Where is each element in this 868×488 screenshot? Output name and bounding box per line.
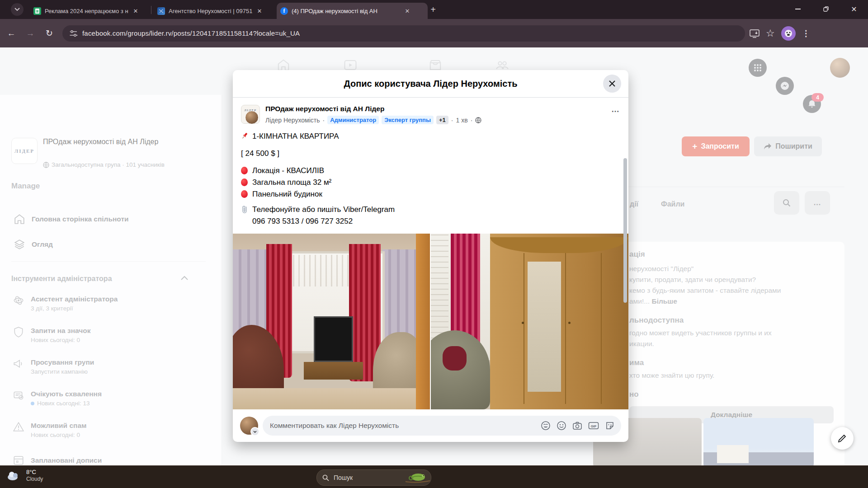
paperclip-icon bbox=[241, 205, 248, 213]
tab-close-icon[interactable]: ✕ bbox=[131, 6, 140, 15]
post-photo-living-room[interactable] bbox=[233, 234, 430, 409]
svg-text:GIF: GIF bbox=[591, 424, 597, 428]
facebook-favicon: f bbox=[280, 7, 288, 15]
sticker-icon[interactable] bbox=[605, 421, 615, 431]
post-bullet: Локація - КВАСИЛІВ bbox=[241, 165, 620, 177]
weather-widget[interactable]: 8°C Cloudy bbox=[6, 469, 43, 482]
tab-close-icon[interactable]: ✕ bbox=[255, 6, 264, 15]
agency-favicon bbox=[157, 7, 165, 15]
comment-input[interactable]: Комментировать как Лідер Нерухомість GIF bbox=[263, 416, 621, 436]
switch-identity-chevron-icon[interactable] bbox=[250, 427, 259, 436]
pencil-icon bbox=[838, 434, 847, 443]
back-button[interactable]: ← bbox=[4, 26, 19, 41]
pushpin-icon bbox=[241, 132, 249, 140]
browser-menu-icon[interactable]: ⋮ bbox=[802, 28, 810, 38]
tab-title: Реклама 2024 непрацюємо з н bbox=[45, 8, 128, 14]
post-options-button[interactable]: … bbox=[611, 105, 620, 124]
browser-profile-avatar[interactable] bbox=[781, 26, 796, 41]
browser-tab-active[interactable]: f (4) ПРОдаж нерухомості від АН ✕ bbox=[277, 3, 428, 19]
cloud-icon bbox=[6, 470, 22, 481]
new-tab-button[interactable]: + bbox=[427, 3, 439, 16]
sheets-favicon bbox=[33, 7, 41, 15]
camera-icon[interactable] bbox=[572, 421, 582, 431]
post-bullet: Загальна площа 32 м² bbox=[241, 177, 620, 188]
omnibox[interactable]: facebook.com/groups/lider.rv/posts/12041… bbox=[62, 25, 745, 42]
post-text: 1-КІМНАТНА КВАРТИРА [ 24 500 $ ] Локація… bbox=[241, 131, 620, 227]
commenter-avatar[interactable] bbox=[240, 417, 258, 435]
tab-close-icon[interactable]: ✕ bbox=[403, 6, 412, 15]
search-placeholder: Пошук bbox=[334, 474, 405, 481]
post-photos bbox=[233, 234, 628, 409]
badge-admin: Администратор bbox=[327, 116, 379, 124]
post-subauthor[interactable]: Лідер Нерухомість bbox=[265, 117, 320, 124]
browser-tab-2[interactable]: Агентство Нерухомості | 09751 ✕ bbox=[154, 3, 279, 19]
forward-button[interactable]: → bbox=[23, 26, 38, 41]
post-price: [ 24 500 $ ] bbox=[241, 148, 620, 160]
post-bullet: Панельний будинок bbox=[241, 188, 620, 200]
new-post-fab[interactable] bbox=[831, 427, 854, 450]
weather-condition: Cloudy bbox=[26, 476, 43, 482]
tab-title: (4) ПРОдаж нерухомості від АН bbox=[292, 8, 400, 14]
comment-row: Комментировать как Лідер Нерухомість GIF bbox=[240, 416, 621, 436]
weather-temp: 8°C bbox=[26, 469, 43, 476]
screen: Реклама 2024 непрацюємо з н ✕ Агентство … bbox=[0, 0, 868, 488]
red-dot-icon bbox=[241, 190, 248, 198]
chameleon-image bbox=[405, 471, 431, 484]
comment-placeholder: Комментировать как Лідер Нерухомість bbox=[270, 422, 541, 430]
dialog-scrollbar[interactable] bbox=[623, 158, 627, 303]
window-minimize-button[interactable] bbox=[784, 0, 812, 18]
gif-icon[interactable]: GIF bbox=[588, 421, 599, 431]
red-dot-icon bbox=[241, 178, 248, 186]
dialog-header: Допис користувача Лідер Нерухомість bbox=[233, 70, 628, 98]
post-time[interactable]: 1 хв bbox=[456, 117, 468, 124]
taskbar-search[interactable]: Пошук bbox=[316, 469, 431, 486]
window-close-button[interactable]: ✕ bbox=[840, 0, 868, 18]
post-header: ЛІДЕР ПРОдаж нерухомості від АН Лідер Лі… bbox=[241, 105, 620, 124]
tab-search-chevron-icon[interactable] bbox=[11, 3, 24, 16]
install-icon[interactable] bbox=[750, 29, 760, 38]
browser-tabstrip: Реклама 2024 непрацюємо з н ✕ Агентство … bbox=[0, 0, 868, 19]
search-icon bbox=[322, 474, 329, 481]
reload-button[interactable]: ↻ bbox=[42, 26, 57, 41]
dialog-title: Допис користувача Лідер Нерухомість bbox=[344, 79, 518, 89]
post-author-name[interactable]: ПРОдаж нерухомості від АН Лідер bbox=[265, 105, 481, 113]
post-dialog: Допис користувача Лідер Нерухомість ЛІДЕ… bbox=[233, 70, 628, 442]
dialog-close-button[interactable] bbox=[603, 75, 621, 93]
url-text: facebook.com/groups/lider.rv/posts/12041… bbox=[82, 29, 300, 37]
post-headline: 1-КІМНАТНА КВАРТИРА bbox=[241, 131, 620, 142]
tab-title: Агентство Нерухомості | 09751 bbox=[169, 8, 252, 14]
browser-toolbar: ← → ↻ facebook.com/groups/lider.rv/posts… bbox=[0, 19, 868, 47]
post-contact: Телефонуйте або пишіть Viber/Telegram bbox=[241, 204, 620, 216]
bookmark-star-icon[interactable]: ☆ bbox=[766, 28, 775, 39]
emoji-icon[interactable] bbox=[557, 421, 566, 431]
window-maximize-button[interactable] bbox=[812, 0, 840, 18]
avatar-sticker-icon[interactable] bbox=[541, 421, 551, 431]
browser-tab-1[interactable]: Реклама 2024 непрацюємо з н ✕ bbox=[30, 3, 156, 19]
post-author-avatar[interactable]: ЛІДЕР bbox=[241, 105, 260, 124]
badge-expert: Эксперт группы bbox=[382, 116, 434, 124]
post-photo-wardrobe[interactable] bbox=[431, 234, 628, 409]
site-info-icon[interactable] bbox=[70, 29, 78, 38]
post-meta: Лідер Нерухомість· Администратор Эксперт… bbox=[265, 116, 481, 124]
globe-icon bbox=[475, 117, 481, 123]
badge-plus1: +1 bbox=[436, 116, 448, 124]
post-phones[interactable]: 096 793 5313 / 096 727 3252 bbox=[252, 216, 620, 227]
red-dot-icon bbox=[241, 167, 248, 174]
taskbar: 8°C Cloudy Пошук bbox=[0, 465, 868, 488]
author-photo bbox=[245, 111, 259, 124]
tab-divider bbox=[151, 6, 151, 14]
